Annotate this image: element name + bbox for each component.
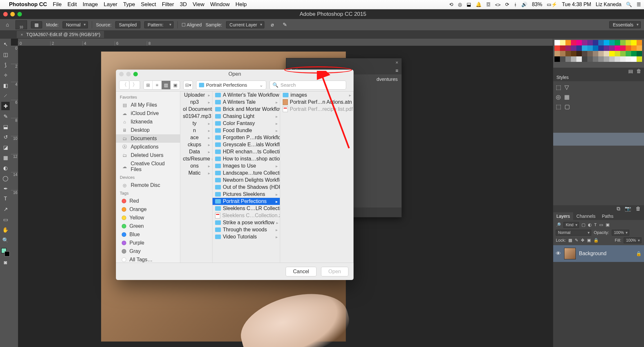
filter-icon[interactable]: 🔎 [556, 222, 561, 227]
file-item[interactable]: Greyscale E…ials Workflow▸ [213, 141, 280, 148]
move-tool-icon[interactable]: ↖ [1, 40, 10, 48]
tab-layers[interactable]: Layers [553, 212, 573, 220]
menu-file[interactable]: File [53, 1, 62, 8]
battery-pct[interactable]: 83% [532, 2, 542, 7]
menu-type[interactable]: Type [123, 1, 135, 8]
menu-filter[interactable]: Filter [162, 1, 174, 8]
file-item[interactable]: ace▸ [180, 134, 212, 141]
list-view-icon[interactable]: ≡ [153, 81, 162, 89]
sidebar-tag[interactable]: Gray [116, 247, 180, 255]
swatch[interactable] [626, 51, 631, 56]
forward-button[interactable]: 〉 [130, 81, 140, 90]
dropbox-icon[interactable]: ⬓ [467, 2, 471, 7]
file-item[interactable]: Food Bundle▸ [213, 127, 280, 134]
eraser-tool-icon[interactable]: ◪ [1, 143, 10, 151]
file-item[interactable]: How to insta…shop actions▸ [213, 155, 280, 162]
swatch[interactable] [582, 56, 587, 62]
swatch[interactable] [593, 40, 598, 45]
swatch[interactable] [593, 51, 598, 56]
swatch[interactable] [593, 45, 598, 51]
file-item[interactable]: Portrait Perf…n Actions.atn [280, 99, 353, 106]
sidebar-tag[interactable]: Green [116, 222, 180, 230]
panel-close-icon[interactable]: × [395, 60, 398, 65]
swatch[interactable] [587, 56, 593, 62]
swatch[interactable] [554, 56, 560, 62]
file-item[interactable]: Pictures Sleeklens▸ [213, 191, 280, 198]
file-item[interactable]: s01947.mp3▸ [180, 113, 212, 120]
file-item[interactable]: Uploader▸ [180, 92, 212, 99]
file-item[interactable]: Portrait Perf…recipe list.pdf [280, 106, 353, 113]
swatch[interactable] [631, 40, 637, 45]
crop-tool-icon[interactable]: ◧ [1, 81, 10, 90]
lock-all-icon[interactable]: 🔒 [593, 238, 599, 243]
lasso-tool-icon[interactable]: ⟆ [1, 61, 10, 69]
dialog-close[interactable] [119, 72, 124, 76]
swatch[interactable] [587, 45, 593, 51]
file-item[interactable]: A Winters Tale▸ [213, 99, 280, 106]
file-item[interactable]: Brick and Mortar Workflow▸ [213, 106, 280, 113]
swatch[interactable] [609, 56, 615, 62]
canvas-area[interactable]: 02468 0246810121416 × Actions≡ dventures… [11, 39, 553, 347]
swatch[interactable] [587, 40, 593, 45]
style-swatch-icon[interactable]: ▢ [564, 103, 570, 110]
history-brush-tool-icon[interactable]: ↺ [1, 133, 10, 141]
clock[interactable]: Tue 4:38 PM [562, 2, 591, 7]
ps-home-icon[interactable]: ⌂ [3, 21, 12, 29]
history-item[interactable] [553, 133, 644, 146]
open-button[interactable]: Open [321, 267, 348, 276]
swatch[interactable] [565, 40, 571, 45]
pressure-icon[interactable]: ✎ [280, 21, 289, 29]
swatch[interactable] [593, 56, 598, 62]
file-item[interactable]: ckups▸ [180, 141, 212, 148]
swatch[interactable] [598, 56, 604, 62]
swatch[interactable] [582, 51, 587, 56]
swatch[interactable] [631, 51, 637, 56]
sidebar-item[interactable]: ⌂lizkaneda [116, 118, 180, 126]
file-item[interactable]: images▸ [280, 92, 353, 99]
swatch[interactable] [560, 51, 565, 56]
swatch[interactable] [571, 51, 576, 56]
column-view-icon[interactable]: ▥ [162, 81, 171, 89]
swatch[interactable] [631, 45, 637, 51]
sidebar-tag[interactable]: Blue [116, 230, 180, 239]
icon-view-icon[interactable]: ⊞ [144, 81, 153, 89]
style-swatch-icon[interactable]: ⬚ [556, 103, 561, 110]
swatch[interactable] [560, 56, 565, 62]
new-swatch-icon[interactable]: ▤ [628, 68, 633, 73]
volume-icon[interactable]: 🔊 [521, 2, 527, 7]
lock-artb-icon[interactable]: ▣ [587, 238, 591, 243]
style-swatch-icon[interactable]: ◎ [556, 93, 561, 101]
swatch[interactable] [571, 56, 576, 62]
style-swatch-icon[interactable]: ▦ [564, 93, 570, 101]
dodge-tool-icon[interactable]: ◯ [1, 174, 10, 182]
path-tool-icon[interactable]: ↗ [1, 205, 10, 213]
swatch[interactable] [637, 51, 642, 56]
swatch[interactable] [620, 56, 626, 62]
tab-channels[interactable]: Channels [573, 212, 599, 220]
swatch[interactable] [615, 45, 620, 51]
menu-layer[interactable]: Layer [104, 1, 118, 8]
file-item[interactable]: np3▸ [180, 99, 212, 106]
file-item[interactable]: HDR enchan…ts Collection▸ [213, 148, 280, 155]
swatch[interactable] [631, 56, 637, 62]
file-item[interactable]: Through the woods▸ [213, 226, 280, 233]
swatch[interactable] [560, 40, 565, 45]
sidebar-item[interactable]: ◎Remote Disc [116, 181, 180, 189]
sidebar-item[interactable]: ☁iCloud Drive [116, 109, 180, 118]
file-item[interactable]: A Winter's Tale Workflow 3▸ [213, 92, 280, 99]
sidebar-tag[interactable]: Red [116, 197, 180, 205]
file-item[interactable]: cts/Resume▸ [180, 155, 212, 162]
panel-menu-icon[interactable]: ≡ [395, 68, 398, 73]
code-icon[interactable]: <> [495, 2, 501, 7]
swatch[interactable] [598, 45, 604, 51]
mode-select[interactable]: Normal [62, 21, 88, 28]
file-item[interactable]: Landscape…ture Collection▸ [213, 169, 280, 177]
gradient-tool-icon[interactable]: ▦ [1, 153, 10, 162]
visibility-icon[interactable]: 👁 [556, 251, 561, 256]
wand-tool-icon[interactable]: ✧ [1, 71, 10, 79]
menu-edit[interactable]: Edit [67, 1, 77, 8]
column-3[interactable]: images▸Portrait Perf…n Actions.atnPortra… [280, 92, 354, 263]
style-swatch-icon[interactable]: ▽ [564, 84, 569, 91]
swatches-panel[interactable] [553, 39, 644, 68]
document-tab[interactable]: × TQ3A2607-Edit.tif @ 25% (RGB/16*) [17, 31, 104, 38]
